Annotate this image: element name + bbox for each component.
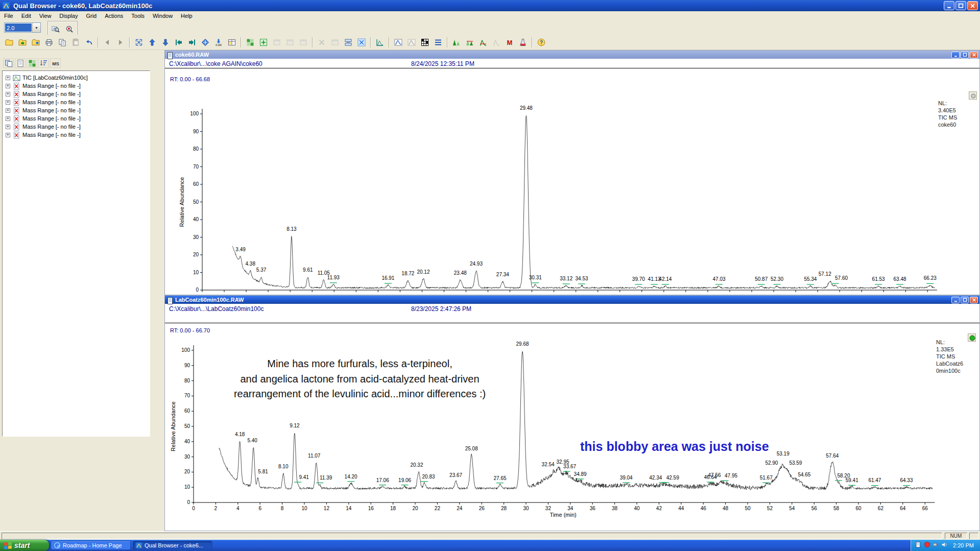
zoom-tool-button[interactable] [49,22,62,36]
tree-item-0[interactable]: +TIC [LabCoatz60min100c] [3,74,150,82]
x-tick-label: 38 [612,506,618,511]
menu-item-view[interactable]: View [35,11,56,20]
tree-item-3[interactable]: +Mass Range [- no file -] [3,98,150,106]
library-search-button[interactable]: M [503,36,516,49]
chevron-down-icon[interactable]: ▼ [32,23,40,32]
view-info-button[interactable] [3,58,14,68]
reset-scaling-button[interactable] [132,36,146,49]
cell-maximize-button[interactable] [961,297,969,303]
menu-item-grid[interactable]: Grid [82,11,101,20]
scale-up-button[interactable] [146,36,159,49]
spectrum-view-button[interactable] [392,36,405,49]
peak-detection-button[interactable] [450,36,463,49]
print-button[interactable] [42,36,56,49]
chromatogram-coke60[interactable]: 0102030405060708090100Relative Abundance… [165,68,979,295]
menu-item-edit[interactable]: Edit [17,11,35,20]
title-bar[interactable]: Qual Browser - coke60, LabCoatz60min100c [0,0,980,11]
x-tick-label: 2 [214,506,218,511]
chromatogram-labcoatz[interactable]: 0102030405060708090100024681012141618202… [165,324,979,531]
start-button[interactable]: start [0,540,49,551]
tree-expander[interactable]: + [6,84,10,88]
chromatogram-view-button[interactable] [373,36,387,49]
help-button[interactable]: ? [535,36,548,49]
scale-down-button[interactable] [159,36,172,49]
cell-minimize-button[interactable] [951,297,960,303]
cell-close-button[interactable] [970,297,978,303]
sample-information-button[interactable] [516,36,530,49]
close-button[interactable] [967,1,978,10]
menu-item-help[interactable]: Help [177,11,197,20]
tree-expander[interactable]: + [6,92,10,97]
taskbar-task-1[interactable]: Qual Browser - coke6... [133,541,212,550]
minimize-button[interactable] [944,1,954,10]
display-options-button[interactable] [225,36,238,49]
tree-expander[interactable]: + [6,125,10,129]
menu-item-actions[interactable]: Actions [101,11,127,20]
tree-expander[interactable]: + [6,76,10,80]
tray-usb-icon[interactable] [933,541,939,550]
taskbar-task-0[interactable]: eRoadmap - Home Page [51,541,131,550]
down-icon [161,38,170,46]
scale-combobox[interactable]: 2.0 ▼ [4,22,41,33]
insert-cell-above-button[interactable] [244,36,257,49]
menu-item-file[interactable]: File [0,11,17,20]
map-view-button[interactable] [418,36,432,49]
svg-text:0-100: 0-100 [216,44,222,46]
zoom-reset-button[interactable] [63,22,76,36]
qual-browser-window: Qual Browser - coke60, LabCoatz60min100c… [0,0,980,551]
tree-item-4[interactable]: +Mass Range [- no file -] [3,106,150,114]
view-grid-button[interactable] [27,58,37,68]
tree-expander[interactable]: + [6,116,10,121]
tree-item-6[interactable]: +Mass Range [- no file -] [3,123,150,131]
tree-expander[interactable]: + [6,108,10,113]
cellg-icon [28,59,36,67]
tree-expander[interactable]: + [6,100,10,105]
baseline-button[interactable] [476,36,490,49]
view-report-button[interactable] [15,58,26,68]
maximize-button[interactable] [955,1,966,10]
speaker-icon [941,541,948,548]
peak-label: 61.53 [872,276,885,282]
undo-button[interactable] [82,36,95,49]
pan-left-button[interactable] [172,36,185,49]
tray-shield-icon[interactable] [924,541,930,550]
menu-item-tools[interactable]: Tools [127,11,149,20]
active-pin-button[interactable] [968,333,976,342]
menu-item-display[interactable]: Display [55,11,82,20]
cell-close-button[interactable] [970,52,978,58]
menu-item-window[interactable]: Window [149,11,177,20]
expand-cell-button[interactable] [355,36,368,49]
tree-item-1[interactable]: +Mass Range [- no file -] [3,82,150,90]
insert-cell-button[interactable] [257,36,270,49]
open-result-file-button[interactable] [29,36,42,49]
view-ms-button[interactable]: MS [50,58,61,68]
tree-item-5[interactable]: +Mass Range [- no file -] [3,114,150,123]
view-sort-button[interactable] [38,58,49,68]
cell-maximize-button[interactable] [961,52,969,58]
open-raw-file-button[interactable] [16,36,29,49]
tray-volume-icon[interactable] [941,541,948,550]
y-tick-label: 100 [181,347,190,353]
tree-item-2[interactable]: +Mass Range [- no file -] [3,90,150,98]
cell-minimize-button[interactable] [951,52,960,58]
tray-document-icon[interactable] [915,541,922,550]
peak-label: 11.39 [320,475,332,481]
auto-range-button[interactable] [199,36,212,49]
tree-expander[interactable]: + [6,133,10,137]
copy-button[interactable] [56,36,69,49]
split-cell-button[interactable] [342,36,355,49]
x-tick-label: 0 [192,506,195,511]
page-icon [16,59,25,67]
peak-integration-button[interactable] [463,36,476,49]
pan-right-button[interactable] [185,36,199,49]
chartsm-icon [376,38,384,46]
cell-title-bar[interactable]: coke60.RAW [165,51,979,59]
cell-title-bar[interactable]: LabCoatz60min100c.RAW [165,296,979,304]
open-file-button[interactable] [3,36,16,49]
peak-label: 53.19 [777,451,790,457]
pin-button[interactable] [969,91,977,100]
tree-item-7[interactable]: +Mass Range [- no file -] [3,131,150,139]
scan-header-button[interactable] [432,36,445,49]
normalize-button[interactable]: 0-100 [212,36,225,49]
peak-label: 18.72 [401,271,414,276]
